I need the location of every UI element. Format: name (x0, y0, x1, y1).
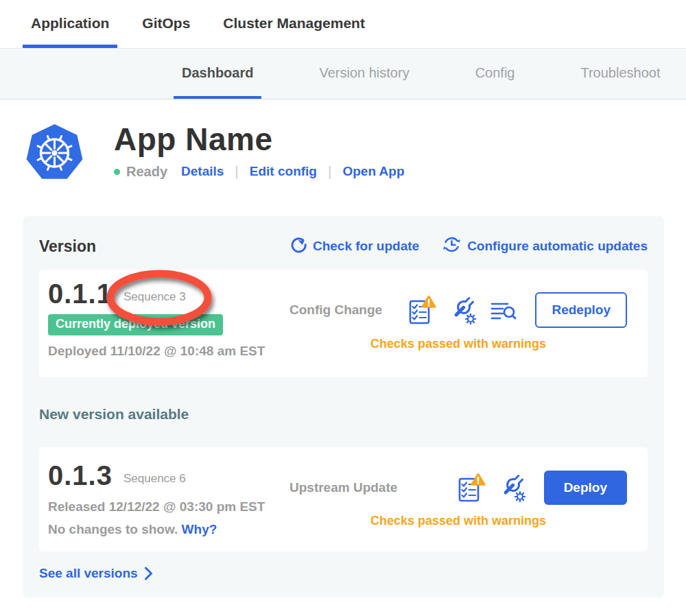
edit-config-link[interactable]: Edit config (250, 164, 317, 179)
tab-troubleshoot[interactable]: Troubleshoot (572, 49, 668, 99)
tab-dashboard[interactable]: Dashboard (174, 49, 261, 99)
preflight-checks-warning-icon[interactable] (408, 295, 436, 325)
configure-automatic-updates-label: Configure automatic updates (467, 239, 648, 254)
kubernetes-logo-icon (25, 122, 84, 182)
deployed-timestamp: Deployed 11/10/22 @ 10:48 am EST (48, 344, 289, 359)
nav-item-application[interactable]: Application (23, 0, 117, 48)
nav-item-cluster-management[interactable]: Cluster Management (215, 0, 373, 48)
available-source-label: Upstream Update (289, 480, 397, 495)
available-sequence-label: Sequence 6 (123, 472, 186, 485)
tab-version-history[interactable]: Version history (311, 49, 417, 99)
status-dot-icon (114, 169, 120, 175)
preflight-checks-warning-icon[interactable] (458, 473, 486, 503)
configure-automatic-updates-link[interactable]: Configure automatic updates (442, 235, 648, 257)
view-diff-icon[interactable] (490, 297, 517, 323)
available-checks-status: Checks passed with warnings (289, 514, 627, 528)
released-timestamp: Released 12/12/22 @ 03:30 pm EST (48, 499, 289, 514)
redeploy-button[interactable]: Redeploy (535, 292, 627, 328)
current-version-number: 0.1.1 (48, 279, 113, 309)
available-version-number: 0.1.3 (48, 460, 113, 491)
tab-config[interactable]: Config (467, 49, 523, 99)
current-version-card: 0.1.1 Sequence 3 (39, 270, 648, 377)
app-header: App Name Ready Details | Edit config | O… (25, 122, 686, 182)
auto-update-icon (442, 235, 461, 257)
version-heading: Version (39, 237, 96, 256)
refresh-icon (289, 236, 307, 257)
current-checks-status: Checks passed with warnings (289, 337, 627, 351)
chevron-right-icon (144, 566, 153, 581)
why-link[interactable]: Why? (182, 522, 217, 536)
nav-item-gitops[interactable]: GitOps (134, 0, 198, 48)
config-wrench-icon[interactable] (449, 295, 477, 325)
link-divider: | (328, 163, 331, 180)
open-app-link[interactable]: Open App (342, 164, 404, 179)
current-source-label: Config Change (289, 303, 382, 318)
no-changes-text: No changes to show. (48, 522, 178, 536)
new-version-heading: New version available (39, 406, 648, 423)
current-sequence-label: Sequence 3 (123, 290, 186, 303)
currently-deployed-badge: Currently deployed version (48, 314, 223, 335)
config-wrench-icon[interactable] (499, 473, 526, 503)
page-title: App Name (114, 123, 405, 155)
primary-nav: Application GitOps Cluster Management (0, 0, 686, 49)
status-badge: Ready (126, 164, 167, 180)
details-link[interactable]: Details (181, 164, 224, 179)
app-status-row: Ready Details | Edit config | Open App (114, 163, 405, 180)
see-all-versions-label: See all versions (39, 566, 138, 581)
deploy-button[interactable]: Deploy (544, 471, 627, 505)
version-panel: Version Check for update (23, 216, 664, 597)
link-divider: | (235, 163, 238, 180)
available-version-card: 0.1.3 Sequence 6 Released 12/12/22 @ 03:… (39, 447, 648, 552)
check-for-update-link[interactable]: Check for update (289, 236, 419, 257)
check-for-update-label: Check for update (313, 239, 419, 254)
secondary-nav: Dashboard Version history Config Trouble… (0, 49, 686, 99)
see-all-versions-link[interactable]: See all versions (39, 566, 648, 581)
